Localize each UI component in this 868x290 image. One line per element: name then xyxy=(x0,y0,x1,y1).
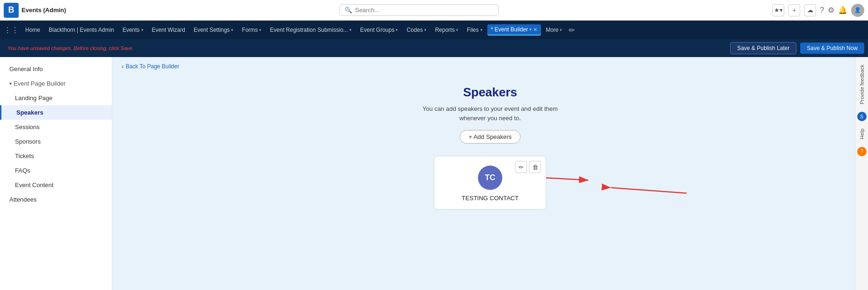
main-content: ‹ Back To Page Builder Speakers You can … xyxy=(112,57,868,290)
nav-events[interactable]: Events▾ xyxy=(119,25,147,35)
speaker-card-area: ✏ 🗑 TC TESTING CONTACT xyxy=(112,151,868,219)
delete-speaker-button[interactable]: 🗑 xyxy=(529,161,541,173)
nav-event-registration[interactable]: Event Registration Submissio...▾ xyxy=(266,25,355,35)
main-layout: General Info ▾ Event Page Builder Landin… xyxy=(0,57,868,290)
gear-icon[interactable]: ⚙ xyxy=(828,6,834,14)
sidebar-section-event-page-builder[interactable]: ▾ Event Page Builder xyxy=(0,76,112,91)
top-bar: B Events (Admin) 🔍 ★▾ ＋ ☁ ? ⚙ 🔔 👤 xyxy=(0,0,868,21)
speaker-avatar: TC xyxy=(478,166,502,190)
bell-icon[interactable]: 🔔 xyxy=(838,6,847,14)
provide-feedback-button[interactable]: Provide feedback xyxy=(858,61,866,108)
sidebar-item-event-content[interactable]: Event Content xyxy=(0,178,112,192)
sidebar-item-tickets[interactable]: Tickets xyxy=(0,149,112,163)
search-bar[interactable]: 🔍 xyxy=(340,4,499,16)
right-tools-panel: Provide feedback S Help ? xyxy=(855,57,868,290)
sidebar-item-faqs[interactable]: FAQs xyxy=(0,163,112,178)
save-publish-now-button[interactable]: Save & Publish Now xyxy=(800,43,864,54)
save-publish-later-button[interactable]: Save & Publish Later xyxy=(730,42,796,54)
chevron-down-icon: ▾ xyxy=(9,81,12,86)
nav-event-builder[interactable]: * Event Builder▾ ✕ xyxy=(487,24,541,36)
nav-bar: ⋮⋮ Home Blackthorn | Events Admin Events… xyxy=(0,21,868,39)
search-input[interactable] xyxy=(355,7,493,14)
speaker-actions: ✏ 🗑 xyxy=(515,161,541,173)
help-icon[interactable]: ? xyxy=(820,6,824,14)
add-icon[interactable]: ＋ xyxy=(788,4,800,16)
sidebar-item-attendees[interactable]: Attendees xyxy=(0,192,112,207)
sidebar-item-sessions[interactable]: Sessions xyxy=(0,120,112,134)
grid-icon[interactable]: ⋮⋮ xyxy=(4,26,19,35)
speakers-title: Speakers xyxy=(112,85,868,100)
nav-forms[interactable]: Forms▾ xyxy=(238,25,265,35)
nav-home[interactable]: Home xyxy=(22,25,44,35)
nav-codes[interactable]: Codes▾ xyxy=(403,25,430,35)
help-icon: ? xyxy=(857,147,867,156)
search-icon: 🔍 xyxy=(345,7,352,14)
star-bookmark-icon[interactable]: ★▾ xyxy=(772,4,784,16)
nav-event-builder-close[interactable]: ✕ xyxy=(533,27,537,33)
nav-blackthorn-events-admin[interactable]: Blackthorn | Events Admin xyxy=(45,25,118,35)
nav-event-settings[interactable]: Event Settings▾ xyxy=(190,25,237,35)
help-button[interactable]: Help xyxy=(858,125,866,143)
app-name: Events (Admin) xyxy=(22,7,66,14)
back-to-page-builder-link[interactable]: ‹ Back To Page Builder xyxy=(112,57,868,76)
speaker-card: ✏ 🗑 TC TESTING CONTACT xyxy=(434,156,546,210)
edit-pencil-icon[interactable]: ✏ xyxy=(569,26,575,35)
feedback-icon: S xyxy=(857,112,867,121)
back-arrow-icon: ‹ xyxy=(122,63,124,70)
speaker-name: TESTING CONTACT xyxy=(462,195,519,202)
nav-event-wizard[interactable]: Event Wizard xyxy=(148,25,189,35)
nav-reports[interactable]: Reports▾ xyxy=(431,25,462,35)
nav-files[interactable]: Files▾ xyxy=(463,25,486,35)
sidebar-item-landing-page[interactable]: Landing Page xyxy=(0,91,112,105)
edit-speaker-button[interactable]: ✏ xyxy=(515,161,527,173)
cloud-icon[interactable]: ☁ xyxy=(804,4,816,16)
sidebar-item-sponsors[interactable]: Sponsors xyxy=(0,134,112,149)
sidebar: General Info ▾ Event Page Builder Landin… xyxy=(0,57,112,290)
speakers-section: Speakers You can add speakers to your ev… xyxy=(112,76,868,151)
user-avatar[interactable]: 👤 xyxy=(851,4,864,17)
action-bar: You have unsaved changes. Before closing… xyxy=(0,39,868,57)
nav-more[interactable]: More▾ xyxy=(542,25,566,35)
add-speakers-button[interactable]: + Add Speakers xyxy=(460,130,521,144)
unsaved-changes-message: You have unsaved changes. Before closing… xyxy=(7,45,134,51)
sidebar-item-speakers[interactable]: Speakers xyxy=(0,105,112,120)
app-logo: B xyxy=(4,3,19,18)
svg-line-3 xyxy=(611,188,687,193)
speakers-description: You can add speakers to your event and e… xyxy=(112,104,868,123)
nav-event-groups[interactable]: Event Groups▾ xyxy=(356,25,402,35)
top-bar-icons: ★▾ ＋ ☁ ? ⚙ 🔔 👤 xyxy=(772,4,864,17)
sidebar-item-general-info[interactable]: General Info xyxy=(0,62,112,76)
